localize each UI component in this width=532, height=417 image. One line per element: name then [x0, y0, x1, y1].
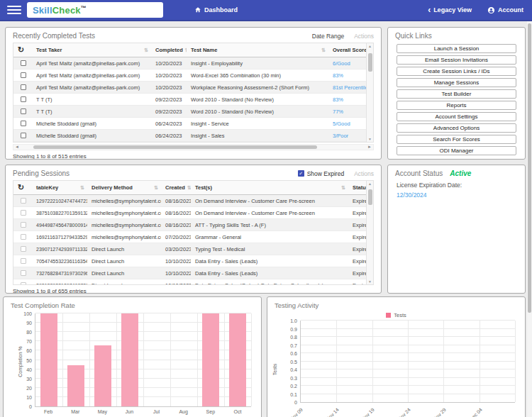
- score-link[interactable]: 3/Poor: [333, 133, 348, 139]
- row-checkbox[interactable]: [21, 222, 26, 228]
- table-row: 7327682847319730296Direct Launch10/10/20…: [13, 267, 366, 279]
- row-checkbox[interactable]: [21, 72, 26, 78]
- table-row: 2981839321267490726Direct Launch10/10/20…: [13, 279, 366, 284]
- dashboard-button[interactable]: Dashboard: [194, 6, 238, 13]
- column-header[interactable]: Created⇅: [161, 181, 191, 194]
- score-link[interactable]: 5/Good: [333, 121, 350, 127]
- row-checkbox[interactable]: [21, 60, 26, 66]
- quick-link-button[interactable]: ODI Manager: [397, 146, 516, 155]
- scrollbar-thumb[interactable]: [528, 23, 531, 313]
- refresh-button[interactable]: ↻: [13, 43, 32, 57]
- quick-link-button[interactable]: Reports: [397, 101, 516, 110]
- sort-icon[interactable]: ⇅: [341, 181, 345, 194]
- sort-icon[interactable]: ⇅: [321, 43, 326, 57]
- legacy-view-label: Legacy View: [433, 6, 472, 13]
- quick-link-button[interactable]: Search For Scores: [397, 135, 516, 144]
- scroll-up-icon[interactable]: ▲: [367, 43, 373, 49]
- pending-sessions-panel: Pending Sessions ✓ Show Expired Actions …: [5, 165, 382, 294]
- row-checkbox[interactable]: [21, 270, 26, 276]
- y-tick-label: 70: [26, 339, 35, 344]
- refresh-button[interactable]: ↻: [13, 181, 32, 194]
- table-cell: 3/Poor: [328, 130, 366, 141]
- show-expired-toggle[interactable]: ✓ Show Expired: [298, 170, 344, 177]
- y-tick-label: 0.1: [290, 391, 301, 396]
- page-vertical-scrollbar[interactable]: [527, 21, 532, 417]
- checked-checkbox-icon[interactable]: ✓: [298, 170, 304, 177]
- row-checkbox[interactable]: [21, 234, 26, 240]
- score-link[interactable]: 77%: [333, 109, 343, 115]
- column-header[interactable]: Overall Score⇅: [328, 43, 366, 57]
- score-link[interactable]: 81st Percentile/High 51-10: [333, 84, 366, 91]
- quick-link-button[interactable]: Manage Sessions: [397, 78, 516, 87]
- home-icon: [194, 6, 201, 13]
- column-header[interactable]: Delivery Method⇅: [87, 181, 161, 194]
- row-checkbox[interactable]: [21, 133, 26, 138]
- y-tick-label: 1.0: [290, 318, 301, 323]
- sort-icon[interactable]: ⇅: [154, 181, 158, 194]
- row-checkbox[interactable]: [21, 198, 26, 204]
- actions-button[interactable]: Actions: [354, 33, 374, 40]
- scroll-down-icon[interactable]: ▼: [367, 279, 373, 284]
- quick-link-button[interactable]: Account Settings: [397, 112, 516, 121]
- row-checkbox[interactable]: [21, 210, 26, 216]
- table-cell: 83%: [328, 70, 366, 81]
- column-header[interactable]: tableKey⇅: [32, 181, 87, 194]
- account-button[interactable]: Account: [487, 6, 523, 14]
- table-cell: 81st Percentile/High 51-10: [328, 82, 366, 93]
- scroll-right-icon[interactable]: ►: [367, 145, 372, 150]
- table-cell: 08/16/2023: [161, 207, 191, 218]
- row-checkbox[interactable]: [21, 84, 26, 90]
- line-chart: Tests 00.10.20.30.40.50.60.70.80.91.0 No…: [267, 321, 525, 417]
- column-header-label: Test Taker: [36, 43, 62, 57]
- scroll-left-icon[interactable]: ◄: [15, 145, 19, 150]
- score-link[interactable]: 83%: [333, 72, 343, 79]
- quick-link-button[interactable]: Create Session Links / IDs: [397, 67, 516, 76]
- scrollbar-thumb[interactable]: [33, 145, 317, 149]
- gridline: [62, 313, 63, 406]
- recent-tests-header: ↻Test Taker⇅Completed⇅Test Name⇅Overall …: [13, 43, 366, 57]
- column-header[interactable]: Test Name⇅: [187, 43, 328, 57]
- table-cell: Michelle Stoddard (gmail): [32, 130, 151, 141]
- row-checkbox[interactable]: [21, 246, 26, 252]
- hamburger-menu-icon[interactable]: [7, 6, 21, 14]
- legacy-view-button[interactable]: ‹ Legacy View: [428, 6, 472, 13]
- score-link[interactable]: 6/Good: [333, 60, 350, 67]
- scrollbar-thumb[interactable]: [368, 53, 372, 72]
- scrollbar-thumb[interactable]: [368, 189, 372, 205]
- recent-horizontal-scrollbar[interactable]: ◄ ►: [13, 144, 374, 150]
- table-row: 1297222102474744721michelles@symphonytal…: [13, 195, 366, 207]
- quick-link-button[interactable]: Advanced Options: [397, 123, 516, 133]
- bar-chart-x-axis: FebMarMayJunJulAugSepOct: [35, 409, 251, 417]
- pending-vertical-scrollbar[interactable]: ▲ ▼: [366, 181, 373, 284]
- scroll-down-icon[interactable]: ▼: [367, 136, 373, 142]
- show-expired-label: Show Expired: [307, 170, 344, 177]
- score-link[interactable]: 83%: [333, 96, 343, 103]
- row-checkbox[interactable]: [21, 96, 26, 102]
- date-range-button[interactable]: Date Range: [312, 33, 344, 40]
- column-header[interactable]: Completed⇅: [151, 43, 187, 57]
- tests-legend-label: Tests: [394, 312, 406, 318]
- quick-link-button[interactable]: Test Builder: [397, 89, 516, 99]
- table-cell: 06/24/2023: [151, 118, 187, 129]
- actions-button[interactable]: Actions: [354, 170, 374, 177]
- scroll-up-icon[interactable]: ▲: [367, 181, 373, 187]
- sort-icon[interactable]: ⇅: [80, 181, 84, 194]
- chart-legend-item-tests[interactable]: Tests: [267, 311, 525, 319]
- column-header[interactable]: Status⇅: [348, 181, 366, 194]
- row-checkbox[interactable]: [21, 282, 26, 284]
- table-cell: Insight - Employability: [187, 57, 328, 69]
- x-tick-label: Dec 04: [468, 407, 483, 417]
- recent-vertical-scrollbar[interactable]: ▲ ▼: [366, 43, 373, 142]
- row-checkbox[interactable]: [21, 121, 26, 126]
- column-header[interactable]: Test Taker⇅: [32, 43, 151, 57]
- table-row: 4944987456478000914michelles@symphonytal…: [13, 219, 366, 231]
- sort-icon[interactable]: ⇅: [144, 43, 148, 57]
- column-header[interactable]: Test(s)⇅: [191, 181, 348, 194]
- quick-link-button[interactable]: Email Session Invitations: [397, 55, 516, 65]
- quick-link-button[interactable]: Launch a Session: [397, 44, 516, 53]
- license-expiration-date[interactable]: 12/30/2024: [397, 191, 516, 199]
- table-cell: 10/20/2023: [151, 70, 187, 81]
- row-checkbox[interactable]: [21, 109, 26, 114]
- row-checkbox[interactable]: [21, 258, 26, 264]
- recent-tests-table: ↻Test Taker⇅Completed⇅Test Name⇅Overall …: [13, 43, 374, 143]
